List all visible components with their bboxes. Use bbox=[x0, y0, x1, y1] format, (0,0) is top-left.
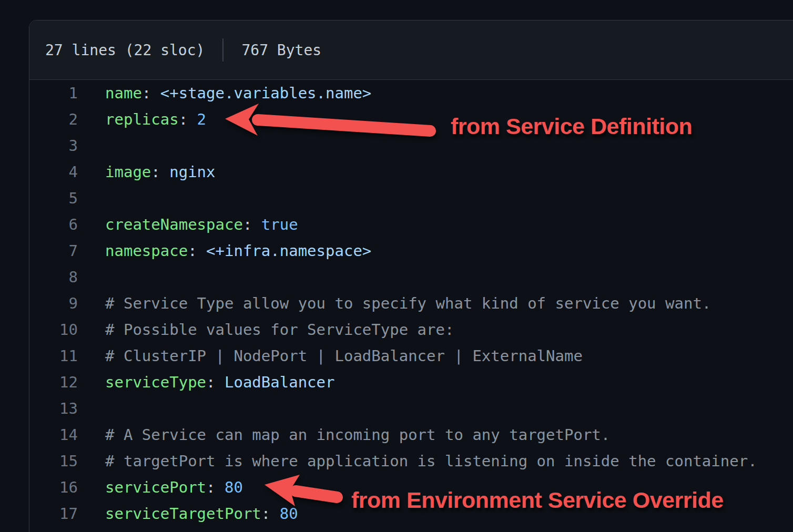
line-number[interactable]: 1 bbox=[29, 80, 78, 106]
code-line: 11# ClusterIP | NodePort | LoadBalancer … bbox=[29, 343, 793, 369]
file-header: 27 lines (22 sloc) 767 Bytes bbox=[29, 21, 793, 80]
code-line-content: image: nginx bbox=[78, 159, 216, 185]
code-line: 4image: nginx bbox=[29, 159, 793, 185]
code-line: 12serviceType: LoadBalancer bbox=[29, 369, 793, 395]
line-number[interactable]: 9 bbox=[29, 290, 78, 316]
code-line-content: serviceType: LoadBalancer bbox=[78, 369, 335, 395]
code-line-content: name: <+stage.variables.name> bbox=[78, 80, 371, 106]
code-line-content bbox=[78, 264, 105, 290]
line-number[interactable]: 14 bbox=[29, 422, 78, 448]
code-line: 16servicePort: 80 bbox=[29, 474, 793, 500]
code-line-content: # Service Type allow you to specify what… bbox=[78, 290, 711, 316]
code-line-content: serviceTargetPort: 80 bbox=[78, 500, 298, 527]
code-line-content: # A Service can map an incoming port to … bbox=[78, 422, 610, 448]
file-lines-info: 27 lines (22 sloc) bbox=[45, 42, 205, 59]
code-line: 6createNamespace: true bbox=[29, 211, 793, 238]
line-number[interactable]: 3 bbox=[29, 132, 78, 159]
code-line: 1name: <+stage.variables.name> bbox=[29, 80, 793, 106]
line-number[interactable]: 6 bbox=[29, 211, 78, 238]
code-line-content: # ClusterIP | NodePort | LoadBalancer | … bbox=[78, 343, 583, 369]
line-number[interactable]: 4 bbox=[29, 159, 78, 185]
code-line: 3 bbox=[29, 132, 793, 159]
code-lines: 1name: <+stage.variables.name>2replicas:… bbox=[29, 80, 793, 527]
code-line-content bbox=[78, 185, 105, 211]
file-panel: 27 lines (22 sloc) 767 Bytes 1name: <+st… bbox=[29, 20, 793, 532]
line-number[interactable]: 7 bbox=[29, 238, 78, 264]
code-line-content: servicePort: 80 bbox=[78, 474, 243, 500]
code-line: 9# Service Type allow you to specify wha… bbox=[29, 290, 793, 316]
code-line-content: replicas: 2 bbox=[78, 106, 206, 132]
code-line: 13 bbox=[29, 395, 793, 422]
line-number[interactable]: 17 bbox=[29, 500, 78, 527]
code-line-content: namespace: <+infra.namespace> bbox=[78, 238, 371, 264]
line-number[interactable]: 11 bbox=[29, 343, 78, 369]
line-number[interactable]: 15 bbox=[29, 448, 78, 474]
file-size: 767 Bytes bbox=[241, 42, 321, 59]
code-line: 7namespace: <+infra.namespace> bbox=[29, 238, 793, 264]
code-line: 10# Possible values for ServiceType are: bbox=[29, 316, 793, 343]
code-line: 15# targetPort is where application is l… bbox=[29, 448, 793, 474]
line-number[interactable]: 10 bbox=[29, 316, 78, 343]
code-line-content bbox=[78, 395, 105, 422]
code-line-content: createNamespace: true bbox=[78, 211, 298, 238]
code-line-content bbox=[78, 132, 105, 159]
code-line: 8 bbox=[29, 264, 793, 290]
line-number[interactable]: 2 bbox=[29, 106, 78, 132]
code-line-content: # Possible values for ServiceType are: bbox=[78, 316, 454, 343]
line-number[interactable]: 16 bbox=[29, 474, 78, 500]
code-line-content: # targetPort is where application is lis… bbox=[78, 448, 757, 474]
line-number[interactable]: 8 bbox=[29, 264, 78, 290]
line-number[interactable]: 5 bbox=[29, 185, 78, 211]
code-line: 17serviceTargetPort: 80 bbox=[29, 500, 793, 527]
line-number[interactable]: 12 bbox=[29, 369, 78, 395]
code-line: 5 bbox=[29, 185, 793, 211]
code-line: 2replicas: 2 bbox=[29, 106, 793, 132]
header-divider bbox=[222, 38, 223, 62]
code-line: 14# A Service can map an incoming port t… bbox=[29, 422, 793, 448]
line-number[interactable]: 13 bbox=[29, 395, 78, 422]
